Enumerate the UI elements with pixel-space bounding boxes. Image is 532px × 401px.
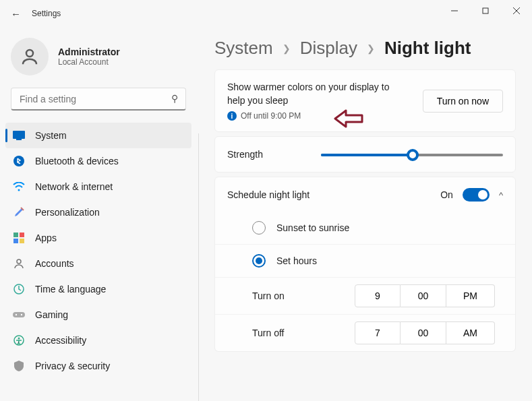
nav-label: Apps [35, 233, 57, 243]
close-button[interactable] [501, 0, 532, 22]
apps-icon [12, 231, 26, 245]
brush-icon [12, 206, 26, 219]
breadcrumb-current: Night light [384, 38, 471, 59]
radio-set-hours[interactable]: Set hours [215, 245, 515, 277]
nav-apps[interactable]: Apps [5, 225, 191, 251]
wifi-icon [12, 180, 26, 193]
nav-label: Personalization [35, 207, 100, 218]
search-input[interactable] [11, 88, 186, 111]
turn-on-now-button[interactable]: Turn on now [423, 90, 503, 113]
slider-thumb[interactable] [407, 149, 419, 161]
nav-time-language[interactable]: Time & language [5, 276, 191, 302]
svg-rect-9 [13, 233, 18, 237]
accessibility-icon [12, 334, 26, 347]
svg-rect-15 [13, 312, 25, 317]
card-description: Show warmer colors on your display to he… [227, 81, 403, 107]
sidebar: Administrator Local Account ⚲ System Blu… [0, 27, 197, 379]
nav-label: Privacy & security [35, 361, 110, 371]
svg-point-19 [18, 338, 20, 340]
profile-type: Local Account [58, 57, 120, 67]
minimize-button[interactable] [439, 0, 470, 22]
svg-rect-10 [20, 233, 24, 237]
strength-slider[interactable] [321, 148, 503, 161]
schedule-card-header: Schedule night light On ^ [214, 177, 516, 213]
nav-label: Gaming [35, 309, 68, 320]
content-area: System ❯ Display ❯ Night light Show warm… [204, 27, 532, 401]
breadcrumb-display[interactable]: Display [300, 38, 357, 59]
breadcrumb: System ❯ Display ❯ Night light [214, 38, 516, 59]
info-icon: i [227, 111, 237, 121]
night-light-card: Show warmer colors on your display to he… [214, 69, 516, 132]
turn-on-hour[interactable]: 9 [355, 284, 401, 307]
breadcrumb-system[interactable]: System [214, 38, 273, 59]
titlebar: ← Settings [0, 0, 532, 27]
accounts-icon [12, 257, 26, 270]
radio-icon [252, 221, 266, 235]
radio-label: Set hours [276, 255, 317, 266]
turn-off-minute[interactable]: 00 [401, 321, 446, 344]
search-box[interactable]: ⚲ [11, 88, 186, 111]
shield-icon [12, 359, 26, 373]
nav-label: Network & internet [35, 181, 113, 192]
svg-point-4 [26, 50, 33, 57]
svg-rect-12 [20, 239, 24, 243]
nav-network[interactable]: Network & internet [5, 174, 191, 199]
svg-rect-5 [13, 131, 25, 139]
radio-icon [252, 254, 266, 268]
nav-privacy[interactable]: Privacy & security [5, 353, 191, 379]
svg-point-17 [21, 314, 22, 315]
nav-label: Bluetooth & devices [35, 156, 119, 166]
back-arrow-icon[interactable]: ← [11, 8, 21, 20]
schedule-body: Sunset to sunrise Set hours Turn on 9 00… [214, 209, 516, 352]
nav-label: Time & language [35, 284, 106, 295]
nav-personalization[interactable]: Personalization [5, 199, 191, 225]
turn-on-label: Turn on [252, 290, 333, 301]
schedule-toggle[interactable] [463, 188, 490, 202]
chevron-up-icon[interactable]: ^ [499, 190, 503, 200]
strength-card: Strength [214, 136, 516, 173]
window-controls [439, 0, 532, 22]
turn-off-time-row: Turn off 7 00 AM [215, 314, 515, 351]
svg-point-13 [17, 259, 21, 264]
window-title: Settings [32, 9, 61, 18]
clock-globe-icon [12, 282, 26, 296]
radio-sunset-sunrise[interactable]: Sunset to sunrise [215, 212, 515, 245]
turn-off-hour[interactable]: 7 [355, 321, 401, 344]
svg-point-16 [16, 314, 17, 315]
nav-accounts[interactable]: Accounts [5, 251, 191, 276]
nav-list: System Bluetooth & devices Network & int… [0, 123, 197, 379]
turn-on-ampm[interactable]: PM [446, 284, 495, 307]
svg-rect-1 [483, 8, 488, 13]
nav-label: Accessibility [35, 335, 86, 346]
profile-block[interactable]: Administrator Local Account [0, 27, 197, 82]
nav-label: Accounts [35, 258, 74, 269]
turn-on-minute[interactable]: 00 [401, 284, 446, 307]
nav-accessibility[interactable]: Accessibility [5, 328, 191, 353]
content-divider [198, 133, 199, 401]
svg-point-8 [18, 189, 20, 191]
maximize-button[interactable] [470, 0, 501, 22]
nav-gaming[interactable]: Gaming [5, 302, 191, 328]
nav-system[interactable]: System [5, 123, 191, 148]
nav-label: System [35, 130, 67, 141]
chevron-right-icon: ❯ [283, 43, 291, 54]
schedule-title: Schedule night light [227, 189, 309, 200]
turn-off-label: Turn off [252, 328, 333, 338]
search-icon: ⚲ [171, 93, 178, 104]
gaming-icon [12, 308, 26, 321]
chevron-right-icon: ❯ [367, 43, 375, 54]
strength-label: Strength [227, 149, 263, 160]
profile-name: Administrator [58, 47, 120, 57]
bluetooth-icon [12, 154, 26, 168]
avatar-icon [11, 38, 49, 75]
turn-on-time-row: Turn on 9 00 PM [215, 277, 515, 314]
radio-label: Sunset to sunrise [276, 222, 349, 233]
svg-rect-6 [16, 139, 22, 140]
slider-fill [321, 154, 409, 156]
svg-rect-11 [13, 239, 18, 243]
schedule-state-label: On [440, 189, 453, 200]
nav-bluetooth[interactable]: Bluetooth & devices [5, 148, 191, 174]
toggle-knob [478, 190, 487, 199]
turn-off-ampm[interactable]: AM [446, 321, 495, 344]
status-text: Off until 9:00 PM [241, 111, 301, 121]
